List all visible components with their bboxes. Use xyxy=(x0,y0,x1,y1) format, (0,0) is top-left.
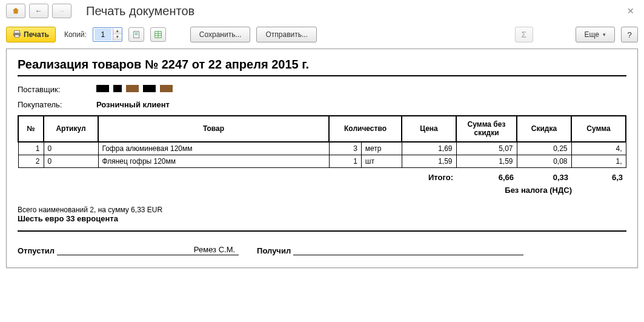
col-sum: Сумма xyxy=(571,116,626,142)
printer-icon xyxy=(13,30,21,40)
totals-sum-nd: 6,66 xyxy=(457,172,517,183)
svg-rect-0 xyxy=(15,30,20,33)
print-button[interactable]: Печать xyxy=(6,27,56,42)
close-button[interactable]: ✕ xyxy=(623,6,638,16)
col-article: Артикул xyxy=(44,116,98,142)
col-sum-nd: Сумма без скидки xyxy=(456,116,517,142)
back-button[interactable]: ← xyxy=(29,4,48,18)
home-icon xyxy=(12,7,20,15)
buyer-value: Розничный клиент xyxy=(96,100,170,109)
sum-button: Σ xyxy=(515,27,533,42)
svg-rect-4 xyxy=(134,33,138,33)
page-title: Печать документов xyxy=(86,4,194,18)
released-name: Ремез С.М. xyxy=(57,245,239,255)
document-preview: Реализация товаров № 2247 от 22 апреля 2… xyxy=(6,49,638,268)
totals-sum: 6,3 xyxy=(572,172,626,183)
items-table: № Артикул Товар Количество Цена Сумма бе… xyxy=(18,115,626,168)
totals-disc: 0,33 xyxy=(517,172,572,183)
print-label: Печать xyxy=(24,30,49,39)
more-button[interactable]: Еще xyxy=(576,27,615,42)
col-price: Цена xyxy=(402,116,456,142)
released-label: Отпустил xyxy=(18,246,55,255)
copies-label: Копий: xyxy=(64,30,87,39)
table-button[interactable] xyxy=(150,27,166,42)
arrow-right-icon: → xyxy=(58,7,65,15)
preview-button[interactable] xyxy=(128,27,144,42)
svg-rect-6 xyxy=(134,35,138,35)
copies-input[interactable] xyxy=(95,29,111,41)
table-row: 20Флянец гофры 120мм1шт1,591,590,081, xyxy=(18,155,626,167)
forward-button[interactable]: → xyxy=(52,4,71,18)
buyer-label: Покупатель: xyxy=(18,100,96,109)
sigma-icon: Σ xyxy=(521,30,526,39)
col-num: № xyxy=(18,116,44,142)
supplier-value xyxy=(96,85,181,94)
col-qty: Количество xyxy=(329,116,402,142)
summary-line: Всего наименований 2, на сумму 6,33 EUR xyxy=(18,206,626,214)
save-button[interactable]: Сохранить... xyxy=(190,27,251,42)
spinner-down[interactable]: ▼ xyxy=(113,35,122,41)
page-icon xyxy=(132,30,141,39)
spinner-up[interactable]: ▲ xyxy=(113,29,122,35)
supplier-label: Поставщик: xyxy=(18,85,96,94)
home-button[interactable] xyxy=(6,4,25,18)
arrow-left-icon: ← xyxy=(35,7,42,15)
received-name xyxy=(293,254,523,255)
send-button[interactable]: Отправить... xyxy=(256,27,317,42)
grid-icon xyxy=(154,30,162,39)
received-label: Получил xyxy=(257,246,291,255)
svg-rect-2 xyxy=(15,35,19,37)
no-tax-label: Без налога (НДС) xyxy=(18,186,626,195)
summary-words: Шесть евро 33 евроцента xyxy=(18,214,626,232)
col-discount: Скидка xyxy=(517,116,571,142)
close-icon: ✕ xyxy=(627,6,634,16)
svg-rect-5 xyxy=(134,33,138,34)
doc-title: Реализация товаров № 2247 от 22 апреля 2… xyxy=(18,58,626,76)
totals-label: Итого: xyxy=(396,172,457,183)
help-button[interactable]: ? xyxy=(621,27,638,42)
col-product: Товар xyxy=(98,116,329,142)
table-row: 10Гофра алюминевая 120мм3метр1,695,070,2… xyxy=(18,142,626,155)
copies-spinner[interactable]: ▲ ▼ xyxy=(93,27,122,42)
